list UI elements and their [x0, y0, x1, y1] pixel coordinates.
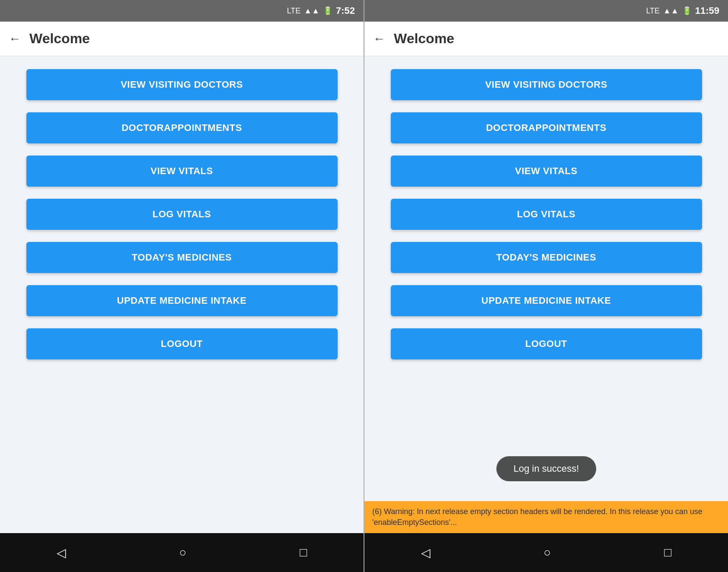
nav-back-right[interactable]: ◁ [421, 546, 431, 560]
toast-message: Log in success! [496, 456, 597, 481]
lte-icon-left: LTE [287, 6, 301, 16]
logout-button-2[interactable]: LOGOUT [391, 328, 702, 359]
battery-icon-right: 🔋 [682, 6, 692, 16]
status-bar-right: LTE ▲▲ 🔋 11:59 [364, 0, 728, 22]
nav-recent-left[interactable]: □ [300, 546, 307, 559]
content-left: VIEW VISITING DOCTORS DOCTORAPPOINTMENTS… [0, 56, 364, 533]
todays-medicines-button[interactable]: TODAY'S MEDICINES [26, 242, 338, 273]
page-title-right: Welcome [394, 31, 454, 47]
view-vitals-button[interactable]: VIEW VITALS [26, 156, 338, 187]
view-visiting-doctors-button[interactable]: VIEW VISITING DOCTORS [26, 69, 338, 100]
back-button-right[interactable]: ← [373, 32, 385, 46]
signal-icon-right: ▲▲ [663, 6, 679, 16]
time-right: 11:59 [695, 5, 719, 16]
bottom-nav-left: ◁ ○ □ [0, 533, 364, 572]
screen-left: LTE ▲▲ 🔋 7:52 ← Welcome VIEW VISITING DO… [0, 0, 364, 572]
bottom-nav-right: ◁ ○ □ [364, 533, 728, 572]
lte-icon-right: LTE [646, 6, 660, 16]
nav-recent-right[interactable]: □ [664, 546, 671, 559]
log-vitals-button[interactable]: LOG VITALS [26, 199, 338, 230]
top-bar-right: ← Welcome [364, 22, 728, 56]
nav-home-right[interactable]: ○ [544, 546, 551, 559]
update-medicine-intake-button[interactable]: UPDATE MEDICINE INTAKE [26, 285, 338, 316]
screen-right: LTE ▲▲ 🔋 11:59 ← Welcome VIEW VISITING D… [364, 0, 728, 572]
back-button-left[interactable]: ← [9, 32, 21, 46]
nav-back-left[interactable]: ◁ [57, 546, 66, 560]
status-bar-left: LTE ▲▲ 🔋 7:52 [0, 0, 364, 22]
logout-button[interactable]: LOGOUT [26, 328, 338, 359]
log-vitals-button-2[interactable]: LOG VITALS [391, 199, 702, 230]
warning-bar: (6) Warning: In next release empty secti… [364, 501, 728, 533]
signal-icon-left: ▲▲ [304, 6, 319, 16]
doctor-appointments-button[interactable]: DOCTORAPPOINTMENTS [26, 112, 338, 143]
nav-home-left[interactable]: ○ [179, 546, 187, 559]
view-visiting-doctors-button-2[interactable]: VIEW VISITING DOCTORS [391, 69, 702, 100]
page-title-left: Welcome [29, 31, 90, 47]
view-vitals-button-2[interactable]: VIEW VITALS [391, 156, 702, 187]
top-bar-left: ← Welcome [0, 22, 364, 56]
update-medicine-intake-button-2[interactable]: UPDATE MEDICINE INTAKE [391, 285, 702, 316]
doctor-appointments-button-2[interactable]: DOCTORAPPOINTMENTS [391, 112, 702, 143]
battery-icon-left: 🔋 [323, 6, 332, 16]
todays-medicines-button-2[interactable]: TODAY'S MEDICINES [391, 242, 702, 273]
time-left: 7:52 [336, 5, 355, 16]
